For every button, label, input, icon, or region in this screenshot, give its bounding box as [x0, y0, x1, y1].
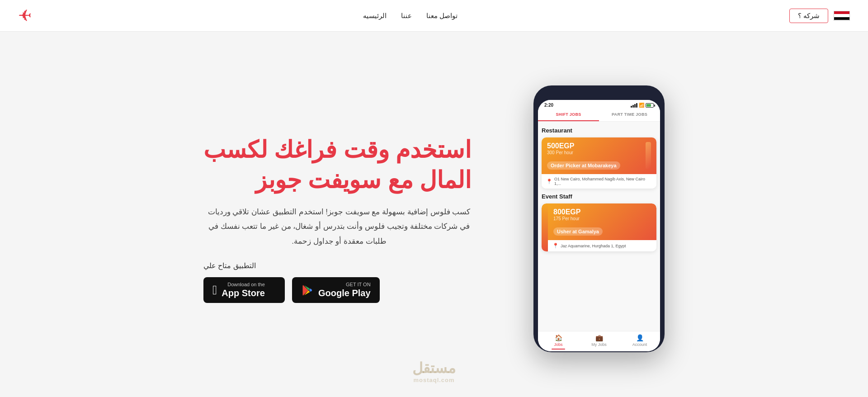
status-icons: 📶 — [631, 103, 654, 108]
nav-contact[interactable]: تواصل معنا — [426, 12, 458, 20]
main-nav: تواصل معنا عننا الرئيسيه — [363, 12, 458, 20]
app-store-sub: Download on the — [222, 282, 265, 288]
location-icon-1: 📍 — [546, 179, 552, 184]
battery-icon — [646, 103, 654, 108]
job-card-left-2: 800EGP 175 Per hour Usher at Gamalya — [553, 208, 603, 236]
job-amount-2: 800EGP — [553, 208, 603, 216]
google-play-button[interactable]: GET IT ON Google Play — [292, 277, 380, 303]
job-location-2: 📍 Jaz Aquamarine, Hurghada 1, Egypt — [548, 240, 656, 251]
bottom-nav-account[interactable]: 👤 Account — [619, 334, 660, 350]
job-card-right-partial — [646, 142, 651, 169]
job-card-event[interactable]: 800EGP 175 Per hour Usher at Gamalya 📍 J… — [542, 203, 656, 251]
phone-bottom-nav: 🏠 Jobs 💼 My Jobs 👤 Account — [538, 331, 660, 351]
location-text-1: O1 New Cairo, Mohammed Nagib Axis, New C… — [554, 177, 652, 186]
category-event: Event Staff — [542, 193, 656, 200]
job-title-2: Usher at Gamalya — [553, 227, 603, 236]
navbar: شركه ؟ تواصل معنا عننا الرئيسيه ✈ — [0, 0, 868, 32]
nav-about[interactable]: عننا — [401, 12, 412, 20]
location-text-2: Jaz Aquamarine, Hurghada 1, Egypt — [561, 244, 626, 248]
job-card-left: 500EGP 300 Per hour Order Picker at Moba… — [547, 142, 620, 170]
store-buttons: GET IT ON Google Play  Download on the … — [203, 277, 380, 303]
hero-text-block: استخدم وقت فراغك لكسب المال مع سويفت جوب… — [203, 135, 497, 303]
egypt-flag — [834, 11, 850, 21]
bottom-account-label: Account — [632, 342, 647, 347]
phone-content: Restaurant 500EGP 300 Per hour Order Pic… — [538, 122, 660, 331]
category-restaurant: Restaurant — [542, 127, 656, 134]
job-amount-1: 500EGP — [547, 142, 620, 150]
google-play-sub: GET IT ON — [318, 282, 371, 288]
location-icon-2: 📍 — [552, 243, 559, 249]
bottom-nav-my-jobs[interactable]: 💼 My Jobs — [579, 334, 619, 350]
google-play-text: GET IT ON Google Play — [318, 282, 371, 298]
clock: 2:20 — [544, 103, 553, 108]
person-icon: 👤 — [636, 334, 644, 341]
job-rate-1: 300 Per hour — [547, 150, 620, 155]
nav-home[interactable]: الرئيسيه — [363, 12, 387, 20]
wifi-icon: 📶 — [639, 103, 644, 108]
bottom-nav-jobs[interactable]: 🏠 Jobs — [538, 334, 579, 350]
job-rate-2: 175 Per hour — [553, 216, 603, 221]
hero-title-line1: استخدم وقت فراغك لكسب — [203, 137, 471, 163]
tab-shift-jobs[interactable]: SHIFT JOBS — [538, 109, 599, 121]
phone-notch — [581, 91, 617, 97]
brand-logo: ✈ — [18, 6, 32, 25]
apple-icon:  — [212, 283, 217, 298]
navbar-left: شركه ؟ — [789, 9, 850, 23]
app-store-name: App Store — [222, 288, 265, 298]
phone-screen: 2:20 📶 — [538, 100, 660, 351]
phone-mockup: 2:20 📶 — [533, 85, 665, 352]
app-available-label: التطبيق متاح علي — [203, 261, 256, 270]
app-store-button[interactable]:  Download on the App Store — [203, 277, 285, 303]
job-title-1: Order Picker at Mobarakeya — [547, 161, 620, 170]
app-store-text: Download on the App Store — [222, 282, 265, 298]
hero-section: 2:20 📶 — [0, 32, 868, 397]
job-card-header-2: 800EGP 175 Per hour Usher at Gamalya — [548, 203, 656, 240]
bottom-my-jobs-label: My Jobs — [591, 342, 607, 347]
google-play-icon — [301, 284, 314, 297]
company-button[interactable]: شركه ؟ — [789, 9, 828, 23]
bottom-jobs-label: Jobs — [554, 342, 562, 347]
briefcase-icon: 💼 — [595, 334, 603, 341]
status-bar: 2:20 📶 — [538, 100, 660, 109]
tab-part-time-jobs[interactable]: PART TIME JOBS — [599, 109, 660, 121]
home-icon: 🏠 — [555, 334, 562, 341]
signal-bars — [631, 103, 637, 108]
job-card-restaurant[interactable]: 500EGP 300 Per hour Order Picker at Moba… — [542, 137, 656, 189]
phone-frame: 2:20 📶 — [533, 85, 665, 352]
hero-title: استخدم وقت فراغك لكسب المال مع سويفت جوب… — [203, 135, 471, 196]
hero-description: كسب فلوس إضافية بسهولة مع سويفت جوبز! اس… — [203, 205, 475, 249]
hero-title-line2: المال مع سويفت جوبز — [255, 167, 471, 193]
phone-tabs: SHIFT JOBS PART TIME JOBS — [538, 109, 660, 122]
job-location-1: 📍 O1 New Cairo, Mohammed Nagib Axis, New… — [542, 174, 656, 189]
job-card-header: 500EGP 300 Per hour Order Picker at Moba… — [542, 137, 656, 174]
google-play-name: Google Play — [318, 288, 371, 298]
